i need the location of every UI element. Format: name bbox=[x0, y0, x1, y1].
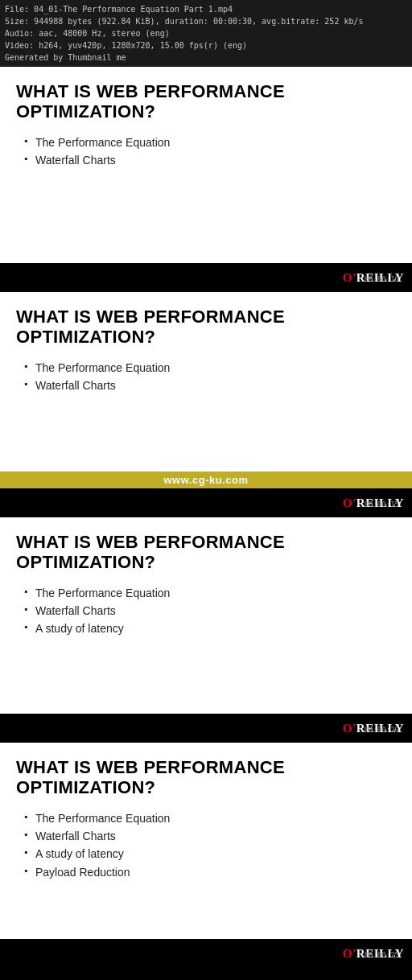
slide-1-list: The Performance EquationWaterfall Charts bbox=[24, 134, 396, 170]
slide-1-title: WHAT IS WEB PERFORMANCE OPTIMIZATION? bbox=[16, 81, 396, 122]
slide-4: WHAT IS WEB PERFORMANCE OPTIMIZATION?The… bbox=[0, 743, 412, 968]
slide-4-timestamp: 00:00:25 bbox=[365, 951, 399, 959]
slide-2-footer: O'REILLY00:00:15 bbox=[0, 488, 412, 517]
slide-3-list: The Performance EquationWaterfall Charts… bbox=[24, 584, 396, 638]
slide-2-list: The Performance EquationWaterfall Charts bbox=[24, 359, 396, 395]
metadata-line3: Audio: aac, 48000 Hz, stereo (eng) bbox=[5, 27, 407, 39]
slide-2-item-1: The Performance Equation bbox=[24, 359, 396, 377]
metadata-bar: File: 04_01-The Performance Equation Par… bbox=[0, 0, 412, 67]
slide-3-timestamp: 00:00:20 bbox=[365, 726, 399, 734]
slide-4-list: The Performance EquationWaterfall Charts… bbox=[24, 809, 396, 882]
slide-3: WHAT IS WEB PERFORMANCE OPTIMIZATION?The… bbox=[0, 517, 412, 743]
slide-3-title: WHAT IS WEB PERFORMANCE OPTIMIZATION? bbox=[16, 532, 396, 573]
slide-4-item-3: A study of latency bbox=[24, 845, 396, 863]
slide-2-timestamp: 00:00:15 bbox=[365, 500, 399, 509]
slide-4-footer: O'REILLY00:00:25 bbox=[0, 939, 412, 968]
slide-2: WHAT IS WEB PERFORMANCE OPTIMIZATION?The… bbox=[0, 292, 412, 517]
slide-4-item-1: The Performance Equation bbox=[24, 809, 396, 827]
metadata-line2: Size: 944988 bytes (922.84 KiB), duratio… bbox=[5, 15, 407, 27]
metadata-line1: File: 04_01-The Performance Equation Par… bbox=[5, 3, 407, 15]
slide-1-item-1: The Performance Equation bbox=[24, 134, 396, 151]
slide-1-timestamp: 00:00:10 bbox=[365, 275, 399, 283]
slide-3-footer: O'REILLY00:00:20 bbox=[0, 714, 412, 743]
slide-1: WHAT IS WEB PERFORMANCE OPTIMIZATION?The… bbox=[0, 67, 412, 292]
watermark-bar: www.cg-ku.com bbox=[0, 471, 412, 488]
slide-1-footer: O'REILLY00:00:10 bbox=[0, 263, 412, 292]
slide-4-title: WHAT IS WEB PERFORMANCE OPTIMIZATION? bbox=[16, 757, 396, 798]
slide-3-item-3: A study of latency bbox=[24, 620, 396, 637]
slide-4-item-2: Waterfall Charts bbox=[24, 827, 396, 845]
slide-3-item-2: Waterfall Charts bbox=[24, 602, 396, 620]
slide-3-item-1: The Performance Equation bbox=[24, 584, 396, 602]
slides-container: WHAT IS WEB PERFORMANCE OPTIMIZATION?The… bbox=[0, 67, 412, 968]
metadata-line4: Video: h264, yuv420p, 1280x720, 15.00 fp… bbox=[5, 39, 407, 51]
slide-2-item-2: Waterfall Charts bbox=[24, 377, 396, 394]
slide-4-item-4: Payload Reduction bbox=[24, 863, 396, 881]
slide-2-title: WHAT IS WEB PERFORMANCE OPTIMIZATION? bbox=[16, 307, 396, 348]
metadata-line5: Generated by Thumbnail me bbox=[5, 51, 407, 64]
slide-1-item-2: Waterfall Charts bbox=[24, 151, 396, 169]
